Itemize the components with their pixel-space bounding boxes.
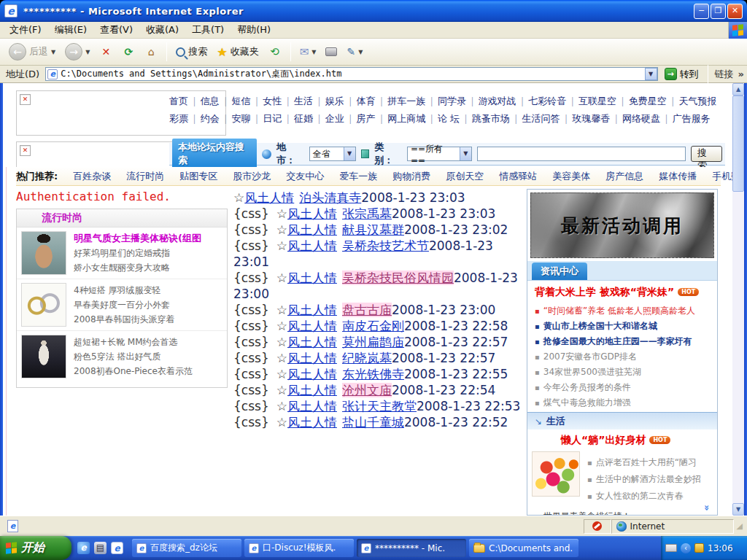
- hot-link[interactable]: 贴图专区: [179, 170, 217, 183]
- topic-link[interactable]: 献县汉墓群: [342, 222, 404, 237]
- select-arrow-icon[interactable]: ▼: [460, 147, 471, 160]
- minimize-button[interactable]: ─: [694, 4, 709, 19]
- go-button[interactable]: → 转到: [661, 67, 703, 82]
- scroll-up-icon[interactable]: ▲: [732, 83, 744, 96]
- topic-link[interactable]: 吴桥杂技艺术节: [342, 238, 429, 253]
- scrollbar-thumb[interactable]: [732, 96, 744, 192]
- nav-link[interactable]: 安聊: [231, 113, 263, 124]
- hot-link[interactable]: 美容美体: [552, 170, 590, 183]
- news-item[interactable]: 抢修全国最大的地主庄园——李家圩有: [535, 334, 714, 349]
- select-arrow-icon[interactable]: ▼: [344, 147, 355, 160]
- region-select[interactable]: 全省 ▼: [309, 147, 356, 161]
- nav-link[interactable]: 首页: [169, 96, 201, 106]
- life-headline[interactable]: 懒人“躺”出好身材HOT: [527, 429, 717, 448]
- hot-link[interactable]: 原创天空: [446, 170, 484, 183]
- fashion-item-link[interactable]: 娇小女生靓丽变身大攻略: [74, 260, 201, 275]
- mail-dropdown-icon[interactable]: ▼: [311, 49, 316, 55]
- home-button[interactable]: ⌂: [142, 44, 160, 60]
- category-link[interactable]: 风土人情: [287, 222, 337, 237]
- category-link[interactable]: 风土人情: [287, 206, 337, 221]
- news-item[interactable]: 今年公务员报考的条件: [535, 380, 714, 395]
- topic-link[interactable]: 盘古古庙: [342, 303, 392, 317]
- fashion-item-link[interactable]: 粉色5穿法 搭出好气质: [74, 349, 193, 364]
- forward-dropdown-icon[interactable]: ▼: [85, 49, 90, 55]
- menu-view[interactable]: 查看(V): [93, 21, 139, 39]
- search-button[interactable]: 搜索: [173, 44, 210, 60]
- close-button[interactable]: ✕: [727, 4, 743, 19]
- stop-button[interactable]: ✕: [96, 44, 115, 60]
- topic-link[interactable]: 莫州扁鹊庙: [342, 335, 404, 349]
- nav-link[interactable]: 游戏对战: [479, 96, 529, 106]
- forward-button[interactable]: → ▼: [62, 42, 93, 62]
- fashion-title[interactable]: 流行时尚: [42, 211, 82, 225]
- nav-link[interactable]: 体育: [356, 96, 387, 106]
- hot-link[interactable]: 情感驿站: [499, 170, 537, 183]
- hot-link[interactable]: 手机数码: [712, 170, 732, 183]
- hot-link[interactable]: 媒体传播: [659, 170, 697, 183]
- menu-file[interactable]: 文件(F): [3, 21, 48, 39]
- category-link[interactable]: 风土人情: [287, 319, 337, 333]
- forum-search-banner[interactable]: 本地论坛内容搜索: [172, 139, 257, 169]
- category-link[interactable]: 风土人情: [287, 335, 337, 349]
- edit-button[interactable]: ✎ ▼: [344, 44, 365, 59]
- life-item[interactable]: 点评老百姓十大用药“陋习: [587, 454, 701, 471]
- hot-link[interactable]: 流行时尚: [126, 170, 164, 183]
- nav-link[interactable]: 生活问答: [522, 113, 572, 124]
- nav-link[interactable]: 论 坛: [438, 113, 472, 124]
- fashion-item-link[interactable]: 好莱坞明星们的定婚戒指: [74, 246, 201, 260]
- nav-link[interactable]: 广告服务: [673, 113, 711, 124]
- news-item[interactable]: 黄山市上榜全国十大和谐名城: [535, 319, 714, 334]
- category-link[interactable]: 风土人情: [287, 271, 337, 285]
- topic-link[interactable]: 泊头清真寺: [299, 190, 361, 205]
- nav-link[interactable]: 玫瑰馨香: [572, 113, 622, 124]
- life-item[interactable]: 世界最毒美食排行榜！: [535, 509, 714, 516]
- blocked-content-icon[interactable]: [592, 521, 602, 531]
- resize-grip[interactable]: ◢: [737, 521, 741, 531]
- nav-link[interactable]: 征婚: [294, 113, 325, 124]
- nav-link[interactable]: 网上商城: [387, 113, 438, 124]
- nav-link[interactable]: 女性: [263, 96, 294, 106]
- topic-link[interactable]: 纪晓岚墓: [342, 351, 392, 365]
- topic-link[interactable]: 盐山千童城: [342, 415, 404, 429]
- back-button[interactable]: ← 后退 ▼: [6, 42, 58, 62]
- fashion-item-link[interactable]: 2008早春韩国街头派穿着: [74, 312, 175, 327]
- topic-link[interactable]: 南皮石金刚: [342, 319, 404, 333]
- task-button-current[interactable]: e ********** - Mic.: [357, 539, 466, 557]
- vertical-scrollbar[interactable]: ▲ ▼: [732, 83, 744, 516]
- fashion-item-link[interactable]: 早春美好度一百分小外套: [74, 298, 175, 312]
- fashion-item-link[interactable]: 4种短搭 厚羽绒服变轻: [74, 283, 175, 298]
- nav-link[interactable]: 房产: [356, 113, 387, 124]
- window-titlebar[interactable]: e ********** - Microsoft Internet Explor…: [0, 0, 747, 22]
- topic-link[interactable]: 东光铁佛寺: [342, 367, 404, 381]
- nav-link[interactable]: 跳蚤市场: [472, 113, 522, 124]
- nav-link[interactable]: 免费星空: [629, 96, 679, 106]
- life-item[interactable]: 女人性欲的第二次青春: [587, 488, 701, 505]
- tab-info-center[interactable]: 资讯中心: [532, 262, 587, 280]
- back-dropdown-icon[interactable]: ▼: [51, 49, 55, 55]
- fashion-item-link[interactable]: 2008初春One-Piece衣着示范: [74, 364, 193, 378]
- fashion-thumbnail[interactable]: [21, 283, 66, 327]
- task-button-baidu[interactable]: e 百度搜索_dz论坛: [132, 539, 241, 557]
- topic-link[interactable]: 吴桥杂技民俗风情园: [342, 271, 454, 285]
- tray-collapse-icon[interactable]: ‹: [681, 543, 691, 553]
- quick-launch-icon-desktop[interactable]: ▤: [94, 542, 107, 554]
- hot-link[interactable]: 百姓杂谈: [73, 170, 111, 183]
- security-tray-icon[interactable]: [694, 543, 704, 553]
- mail-button[interactable]: ✉ ▼: [297, 44, 320, 60]
- quick-launch-icon-msn[interactable]: e: [77, 542, 90, 554]
- search-submit-button[interactable]: 搜索: [691, 146, 722, 162]
- hot-link[interactable]: 爱车一族: [339, 170, 377, 183]
- fashion-item-link[interactable]: 超短裙+长靴 MM约会首选: [74, 335, 193, 349]
- task-button-discuz[interactable]: e 口-Discuz!模板风.: [244, 539, 354, 557]
- links-overflow-icon[interactable]: »: [738, 69, 744, 79]
- nav-link[interactable]: 生活: [294, 96, 325, 106]
- quick-launch-icon-ie[interactable]: e: [111, 542, 123, 554]
- marquee-scroll-icon[interactable]: »: [701, 505, 712, 510]
- category-link[interactable]: 风土人情: [287, 415, 337, 429]
- category-link[interactable]: 风土人情: [287, 383, 337, 397]
- nav-link[interactable]: 互联星空: [578, 96, 629, 106]
- menu-tools[interactable]: 工具(T): [185, 21, 231, 39]
- category-select[interactable]: ==所有== ▼: [407, 147, 472, 161]
- life-thumbnail[interactable]: [532, 451, 580, 497]
- search-keyword-input[interactable]: [477, 147, 686, 161]
